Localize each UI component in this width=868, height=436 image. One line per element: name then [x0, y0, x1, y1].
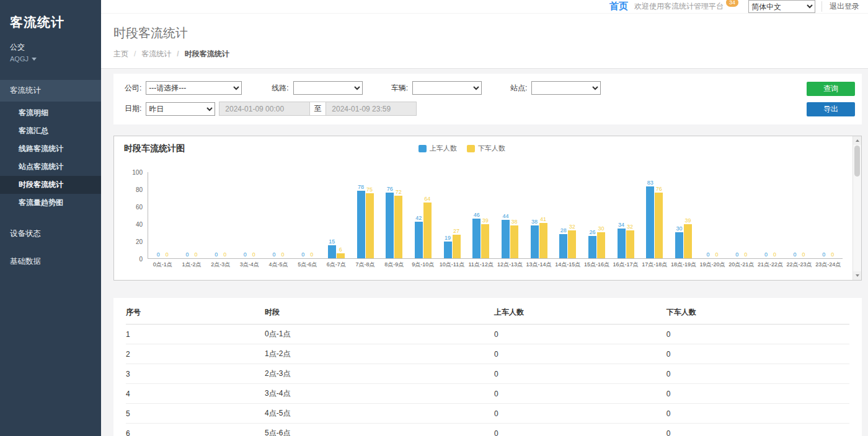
bar-group: 002点-3点	[206, 172, 235, 258]
bar-value-label: 39	[684, 218, 691, 224]
table-cell: 4点-5点	[265, 404, 494, 424]
x-axis-label: 15点-16点	[584, 261, 609, 269]
bar-group: 303918点-19点	[669, 172, 698, 258]
legend-item-alighting[interactable]: 下车人数	[467, 144, 505, 153]
date-from-input[interactable]	[219, 102, 310, 116]
x-axis-label: 5点-6点	[298, 261, 317, 269]
bar-group: 443812点-13点	[495, 172, 525, 258]
breadcrumb-home[interactable]: 主页	[113, 49, 128, 59]
bar	[415, 222, 423, 258]
scroll-up-icon[interactable]	[853, 136, 861, 145]
chart-legend: 上车人数 下车人数	[418, 144, 505, 153]
sidebar-section-device-status[interactable]: 设备状态	[0, 223, 101, 245]
breadcrumb-section[interactable]: 客流统计	[128, 49, 171, 59]
bar-group: 192710点-11点	[438, 172, 467, 258]
legend-swatch-blue-icon	[418, 145, 427, 152]
table-cell: 5	[126, 404, 265, 424]
date-to-input[interactable]	[326, 102, 417, 116]
table-cell: 5点-6点	[265, 424, 494, 436]
bar-value-label: 34	[618, 222, 624, 228]
vehicle-select[interactable]	[412, 81, 482, 95]
table-cell: 0	[666, 344, 849, 364]
data-table-card: 序号 时段 上车人数 下车人数 10点-1点0021点-2点0032点-3点00…	[113, 298, 862, 436]
col-header-alighting: 下车人数	[666, 299, 849, 325]
x-axis-label: 9点-10点	[412, 261, 434, 269]
table-header-row: 序号 时段 上车人数 下车人数	[126, 299, 849, 325]
table-cell: 0	[494, 325, 666, 344]
bar-value-label: 38	[531, 219, 538, 225]
table-cell: 0	[666, 364, 849, 384]
x-axis-label: 8点-9点	[384, 261, 404, 269]
welcome-text: 欢迎使用客流统计管理平台	[634, 1, 724, 12]
bar	[328, 245, 336, 258]
sidebar-item-period-stats[interactable]: 时段客流统计	[0, 176, 101, 194]
bar	[510, 225, 518, 258]
notification-badge[interactable]: 34	[726, 0, 738, 7]
sidebar-item-trend-chart[interactable]: 客流量趋势图	[0, 194, 101, 212]
logout-link[interactable]: 退出登录	[822, 1, 859, 12]
y-axis-tick: 0	[139, 256, 143, 263]
bar-group: 000点-1点	[148, 172, 177, 258]
sidebar-item-station-stats[interactable]: 站点客流统计	[0, 158, 101, 176]
bar	[502, 220, 510, 258]
bar-value-label: 39	[482, 218, 489, 224]
date-to-label: 至	[309, 102, 326, 116]
x-axis-label: 12点-13点	[497, 261, 523, 269]
company-select[interactable]: ---请选择---	[146, 81, 242, 95]
y-axis-tick: 80	[136, 186, 143, 193]
bar	[453, 235, 461, 258]
col-header-boarding: 上车人数	[494, 299, 666, 325]
table-cell: 0	[494, 364, 666, 384]
line-select[interactable]	[293, 81, 363, 95]
x-axis-label: 20点-21点	[728, 261, 754, 269]
table-cell: 1	[126, 325, 265, 344]
bar	[423, 203, 432, 258]
scrollbar-thumb[interactable]	[854, 146, 860, 177]
table-row: 10点-1点00	[126, 325, 849, 344]
legend-item-boarding[interactable]: 上车人数	[418, 144, 457, 153]
bar	[366, 193, 374, 258]
station-label: 站点:	[510, 83, 527, 94]
table-cell: 3	[126, 364, 265, 384]
bar	[597, 232, 605, 258]
chart-scrollbar[interactable]	[852, 136, 861, 280]
bar-value-label: 0	[802, 252, 805, 258]
bar-group: 384113点-14点	[525, 172, 554, 258]
bar-value-label: 15	[329, 239, 335, 245]
sidebar-item-line-stats[interactable]: 线路客流统计	[0, 140, 101, 158]
legend-label-alighting: 下车人数	[478, 144, 505, 153]
bar-group: 0021点-22点	[756, 172, 785, 258]
org-selector[interactable]: AQGJ	[0, 53, 101, 69]
bar	[394, 196, 402, 258]
bar-value-label: 19	[445, 235, 451, 241]
export-button[interactable]: 导出	[807, 102, 855, 116]
bar-value-label: 76	[387, 186, 393, 192]
sidebar-item-flow-summary[interactable]: 客流汇总	[0, 122, 101, 140]
sidebar-section-passenger-stats[interactable]: 客流统计	[0, 80, 101, 102]
legend-swatch-yellow-icon	[467, 145, 475, 152]
query-button[interactable]: 查询	[807, 82, 855, 96]
x-axis-label: 23点-24点	[815, 261, 841, 269]
sidebar-nav: 客流统计 客流明细 客流汇总 线路客流统计 站点客流统计 时段客流统计 客流量趋…	[0, 80, 101, 272]
breadcrumb-current: 时段客流统计	[171, 49, 229, 59]
bar-value-label: 44	[502, 214, 508, 219]
legend-label-boarding: 上车人数	[430, 144, 457, 153]
breadcrumb: 主页 客流统计 时段客流统计	[113, 49, 856, 59]
bar-value-label: 75	[366, 187, 373, 193]
bar-group: 004点-5点	[264, 172, 293, 258]
bar-group: 1566点-7点	[322, 172, 351, 258]
col-header-index: 序号	[126, 299, 265, 325]
chart-plot-area: 000点-1点001点-2点002点-3点003点-4点004点-5点005点-…	[148, 172, 843, 259]
bar-value-label: 0	[252, 252, 255, 258]
sidebar-item-flow-detail[interactable]: 客流明细	[0, 104, 101, 122]
station-select[interactable]	[531, 81, 601, 95]
sidebar-section-base-data[interactable]: 基础数据	[0, 251, 101, 272]
bar	[386, 193, 394, 258]
date-preset-select[interactable]: 昨日	[146, 102, 215, 116]
language-select[interactable]: 简体中文	[748, 0, 815, 13]
org-code-label: AQGJ	[10, 55, 29, 63]
bar-group: 003点-4点	[235, 172, 264, 258]
home-link[interactable]: 首页	[609, 1, 628, 12]
scroll-down-icon[interactable]	[853, 271, 861, 280]
bar	[626, 230, 634, 258]
